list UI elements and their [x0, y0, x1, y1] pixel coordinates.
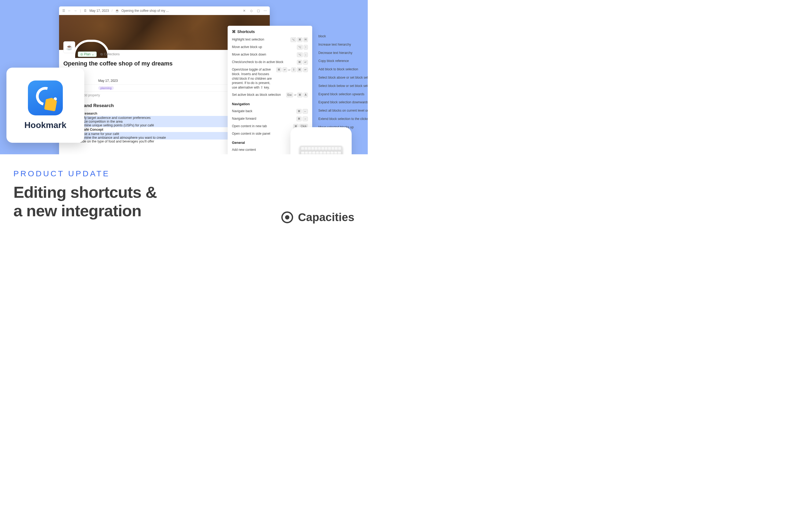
list-item-text: Determine unique selling points (USPs) f…: [76, 123, 154, 127]
back-icon[interactable]: ←: [68, 9, 71, 13]
shortcut-keys: ⌘←: [296, 109, 308, 114]
plan-label: Plan: [84, 52, 90, 56]
shortcuts-title: ⌘ Shortcuts: [232, 30, 308, 34]
hookmark-card: Hookmark: [6, 68, 84, 143]
key: ⌥: [297, 52, 303, 57]
hookmark-app-icon: [28, 80, 63, 115]
key: ⌘: [297, 37, 303, 42]
capacities-logo-icon: [281, 211, 293, 223]
or-label: or: [294, 93, 296, 96]
shortcut-label: Move active block down: [232, 52, 294, 57]
shortcut-label: Select all blocks on current level or ne…: [318, 108, 368, 113]
key: H: [303, 37, 308, 42]
shortcut-keys: ⌘↵: [297, 60, 308, 65]
key: ↓: [304, 52, 308, 57]
status-pill: planning: [98, 86, 114, 90]
key: ⌘: [297, 92, 303, 98]
shortcut-keys: ⌥⌘H: [290, 37, 308, 42]
shortcut-label: Set active block as block selection: [232, 92, 284, 97]
key: Esc: [286, 92, 293, 98]
nav-section-title: Navigation: [232, 102, 308, 106]
bottom-region: PRODUCT UPDATE Editing shortcuts & a new…: [0, 154, 368, 237]
shortcut-row-partial: Add block to block selection: [318, 65, 368, 74]
key: ⌘: [297, 67, 302, 72]
shortcut-row-partial: Extend block selection to the clicked b: [318, 115, 368, 123]
shortcut-label: Increase text hierarchy: [318, 42, 368, 47]
shortcut-row-partial: Decrease text hierarchy: [318, 49, 368, 57]
calendar-icon: 🗓: [84, 9, 87, 13]
pin-icon[interactable]: ◇: [249, 9, 253, 13]
tools-icon[interactable]: ✕: [242, 9, 246, 13]
breadcrumb-sep: /: [112, 9, 113, 13]
list-item-text: Decide on the type of food and beverages…: [76, 140, 154, 143]
collections-label: Collections: [104, 52, 120, 56]
shortcut-row-partial: Expand block selection upwards: [318, 90, 368, 99]
shortcut-row-partial: Select all blocks on current level or ne…: [318, 106, 368, 115]
list-item-text: Identify target audience and customer pr…: [76, 116, 150, 120]
page-icon[interactable]: ☕: [63, 41, 75, 53]
shortcut-label: Navigate back: [232, 109, 294, 114]
more-icon[interactable]: ⋯: [263, 9, 267, 13]
shortcut-keys: ⌘→: [296, 116, 308, 121]
shortcut-label: Open content in new tab: [232, 124, 290, 129]
key: ↵: [303, 67, 308, 72]
product-update-badge: PRODUCT UPDATE: [13, 169, 354, 178]
shortcut-keys: ⌥↑: [297, 45, 308, 50]
shortcut-row: Navigate back⌘←: [232, 107, 308, 115]
collections-link[interactable]: ⧉ Collections: [100, 52, 120, 56]
key: ⌥: [290, 37, 296, 42]
shortcut-label: Copy block reference: [318, 59, 368, 63]
shortcut-row: Open/close toggle of active block. Inser…: [232, 66, 308, 91]
keyboard-card: [290, 127, 352, 154]
shortcut-label: Move active block up: [232, 45, 294, 49]
brand: Capacities: [281, 211, 354, 224]
shortcut-row-partial: Copy block reference: [318, 57, 368, 65]
page-emoji-icon: ☕: [115, 9, 119, 13]
key: ⌥: [297, 45, 303, 50]
keyboard-icon: [300, 146, 343, 154]
key: ⌘: [297, 60, 302, 65]
shortcut-label: Expand block selection downwards: [318, 100, 368, 105]
key: ←: [303, 109, 308, 114]
meta-row: ◎ Plan ⌄ ⧉ Collections: [78, 52, 120, 57]
panel-icon[interactable]: ▢: [256, 9, 260, 13]
prop-started-value: May 17, 2023: [98, 79, 118, 83]
plan-button[interactable]: ◎ Plan ⌄: [78, 52, 97, 57]
key: ↵: [282, 67, 287, 72]
shortcut-label: Check/uncheck to-do in active block: [232, 60, 294, 64]
shortcut-row-partial: Increase text hierarchy: [318, 41, 368, 49]
sidebar-toggle-icon[interactable]: ☰: [62, 9, 66, 13]
shortcut-label: Add block to block selection: [318, 67, 368, 72]
shortcut-keys: ⌘↵or⇧⌘↵: [276, 67, 308, 72]
shortcut-row: Set active block as block selectionEscor…: [232, 91, 308, 99]
key: ⌘: [276, 67, 281, 72]
key: ⇧: [291, 67, 296, 72]
shortcut-label: Expand block selection upwards: [318, 92, 368, 97]
or-label: or: [288, 69, 290, 71]
shortcut-row-partial: Select block above or set block select: [318, 74, 368, 82]
shortcut-label: block: [318, 34, 368, 39]
shortcut-label: Extend block selection to the clicked b: [318, 117, 368, 121]
shortcut-label: Select block above or set block select: [318, 75, 368, 80]
key: ↵: [303, 60, 308, 65]
shortcut-keys: ⌥↓: [297, 52, 308, 57]
target-icon: ◎: [80, 52, 83, 56]
shortcut-row-partial: block: [318, 32, 368, 41]
stack-icon: ⧉: [100, 52, 103, 56]
shortcuts-icon: ⌘: [232, 30, 236, 34]
list-item-text: Determine the ambiance and atmosphere yo…: [76, 136, 166, 140]
breadcrumb-title[interactable]: Opening the coffee shop of my ...: [121, 9, 169, 13]
brand-name: Capacities: [298, 211, 354, 224]
shortcut-label: Navigate forward: [232, 116, 294, 121]
shortcut-row: Move active block down⌥↓: [232, 51, 308, 58]
key: ⌘: [296, 109, 302, 114]
shortcut-row: Navigate forward⌘→: [232, 115, 308, 123]
shortcut-row: Check/uncheck to-do in active block⌘↵: [232, 58, 308, 66]
shortcut-label: Decrease text hierarchy: [318, 51, 368, 55]
forward-icon[interactable]: →: [74, 9, 77, 13]
toolbar: ☰ ← → | 🗓 May 17, 2023 / ☕ Opening the c…: [59, 6, 270, 15]
shortcut-keys: Escor⌘A: [286, 92, 308, 98]
shortcut-label: Highlight text selection: [232, 37, 288, 42]
separator: |: [80, 9, 81, 13]
breadcrumb-date[interactable]: May 17, 2023: [89, 9, 109, 13]
